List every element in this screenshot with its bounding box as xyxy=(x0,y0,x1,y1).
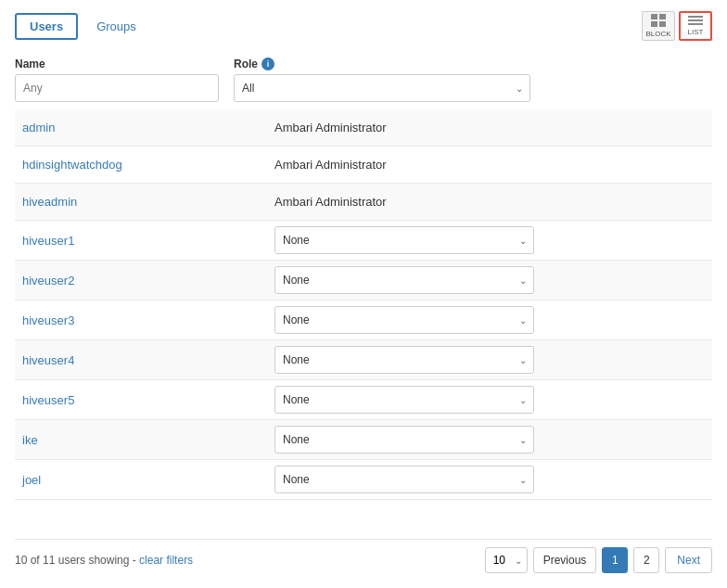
clear-filters-link[interactable]: clear filters xyxy=(139,554,193,567)
table-row: hiveuser4NoneAmbari Administrator⌄ xyxy=(15,340,712,380)
table-row: hiveuser2NoneAmbari Administrator⌄ xyxy=(15,261,712,300)
name-filter-label: Name xyxy=(15,58,219,70)
page-1-button[interactable]: 1 xyxy=(602,547,628,573)
user-name-hdinsightwatchdog[interactable]: hdinsightwatchdog xyxy=(15,158,274,172)
next-page-button[interactable]: Next xyxy=(665,547,712,573)
role-info-icon[interactable]: i xyxy=(261,58,274,70)
role-select-hiveuser3[interactable]: NoneAmbari Administrator xyxy=(274,306,534,334)
showing-count: 10 of 11 users showing xyxy=(15,554,129,567)
role-select-ike[interactable]: NoneAmbari Administrator xyxy=(274,426,534,454)
page-2-button[interactable]: 2 xyxy=(633,547,659,573)
role-filter-label: Role i xyxy=(234,58,530,70)
footer: 10 of 11 users showing - clear filters 1… xyxy=(15,539,712,573)
user-name-hiveadmin[interactable]: hiveadmin xyxy=(15,195,274,209)
nav-tabs: Users Groups xyxy=(15,13,151,40)
prev-page-button[interactable]: Previous xyxy=(533,547,597,573)
role-select-hiveuser2[interactable]: NoneAmbari Administrator xyxy=(274,266,534,294)
name-filter-input[interactable] xyxy=(15,74,219,102)
name-filter-group: Name xyxy=(15,58,219,102)
user-role-hiveuser4[interactable]: NoneAmbari Administrator⌄ xyxy=(274,346,712,374)
user-role-hiveuser3[interactable]: NoneAmbari Administrator⌄ xyxy=(274,306,712,334)
table-row: adminAmbari Administrator xyxy=(15,109,712,147)
role-select-hiveuser4[interactable]: NoneAmbari Administrator xyxy=(274,346,534,374)
separator: - xyxy=(133,554,139,567)
table-row: hiveadminAmbari Administrator xyxy=(15,184,712,221)
user-role-admin: Ambari Administrator xyxy=(274,121,712,134)
table-row: hiveuser5NoneAmbari Administrator⌄ xyxy=(15,380,712,420)
role-select-wrap-hiveuser2: NoneAmbari Administrator⌄ xyxy=(274,266,534,294)
user-name-ike[interactable]: ike xyxy=(15,433,274,447)
list-icon xyxy=(688,16,703,25)
role-select-wrap-hiveuser1: NoneAmbari Administrator⌄ xyxy=(274,226,534,254)
user-name-hiveuser1[interactable]: hiveuser1 xyxy=(15,234,274,248)
tab-users[interactable]: Users xyxy=(15,13,78,40)
user-table: adminAmbari Administratorhdinsightwatchd… xyxy=(15,109,712,528)
role-select-hiveuser5[interactable]: NoneAmbari Administrator xyxy=(274,386,534,414)
table-row: joelNoneAmbari Administrator⌄ xyxy=(15,460,712,500)
pagination-controls: 10 25 50 ⌄ Previous 1 2 Next xyxy=(485,547,712,573)
view-toggle: BLOCK LIST xyxy=(642,11,712,41)
user-role-hiveuser1[interactable]: NoneAmbari Administrator⌄ xyxy=(274,226,712,254)
page-wrapper: Users Groups BLOCK LIST Name xyxy=(0,0,727,588)
list-view-btn[interactable]: LIST xyxy=(679,11,712,41)
role-text-hiveadmin: Ambari Administrator xyxy=(274,195,387,209)
role-select-joel[interactable]: NoneAmbari Administrator xyxy=(274,466,534,493)
per-page-select[interactable]: 10 25 50 xyxy=(485,547,528,573)
table-row: hiveuser3NoneAmbari Administrator⌄ xyxy=(15,300,712,340)
user-role-hiveuser2[interactable]: NoneAmbari Administrator⌄ xyxy=(274,266,712,294)
user-name-hiveuser5[interactable]: hiveuser5 xyxy=(15,393,274,407)
user-name-hiveuser3[interactable]: hiveuser3 xyxy=(15,313,274,327)
block-view-btn[interactable]: BLOCK xyxy=(642,11,675,41)
user-name-joel[interactable]: joel xyxy=(15,473,274,487)
role-select-wrap-hiveuser3: NoneAmbari Administrator⌄ xyxy=(274,306,534,334)
role-select-wrap-hiveuser4: NoneAmbari Administrator⌄ xyxy=(274,346,534,374)
user-role-ike[interactable]: NoneAmbari Administrator⌄ xyxy=(274,426,712,454)
role-select-wrap-hiveuser5: NoneAmbari Administrator⌄ xyxy=(274,386,534,414)
tab-groups[interactable]: Groups xyxy=(82,13,151,40)
role-filter-group: Role i All Ambari Administrator None ⌄ xyxy=(234,58,530,102)
role-select-hiveuser1[interactable]: NoneAmbari Administrator xyxy=(274,226,534,254)
list-label: LIST xyxy=(688,28,704,36)
role-select-wrap-joel: NoneAmbari Administrator⌄ xyxy=(274,466,534,493)
per-page-wrap: 10 25 50 ⌄ xyxy=(485,547,528,573)
role-select-wrap: All Ambari Administrator None ⌄ xyxy=(234,74,530,102)
block-icon xyxy=(651,14,666,27)
filters: Name Role i All Ambari Administrator Non… xyxy=(15,58,712,109)
user-name-hiveuser2[interactable]: hiveuser2 xyxy=(15,274,274,288)
showing-text: 10 of 11 users showing - clear filters xyxy=(15,554,193,567)
user-name-admin[interactable]: admin xyxy=(15,121,274,134)
role-text-admin: Ambari Administrator xyxy=(274,121,387,134)
role-filter-select[interactable]: All Ambari Administrator None xyxy=(234,74,530,102)
user-role-hdinsightwatchdog: Ambari Administrator xyxy=(274,158,712,172)
user-name-hiveuser4[interactable]: hiveuser4 xyxy=(15,353,274,367)
user-role-joel[interactable]: NoneAmbari Administrator⌄ xyxy=(274,466,712,493)
user-role-hiveadmin: Ambari Administrator xyxy=(274,195,712,209)
table-row: ikeNoneAmbari Administrator⌄ xyxy=(15,420,712,460)
user-role-hiveuser5[interactable]: NoneAmbari Administrator⌄ xyxy=(274,386,712,414)
table-row: hdinsightwatchdogAmbari Administrator xyxy=(15,147,712,184)
table-row: hiveuser1NoneAmbari Administrator⌄ xyxy=(15,221,712,261)
block-label: BLOCK xyxy=(645,30,670,38)
role-select-wrap-ike: NoneAmbari Administrator⌄ xyxy=(274,426,534,454)
top-nav: Users Groups BLOCK LIST xyxy=(15,11,712,41)
role-text-hdinsightwatchdog: Ambari Administrator xyxy=(274,158,387,172)
